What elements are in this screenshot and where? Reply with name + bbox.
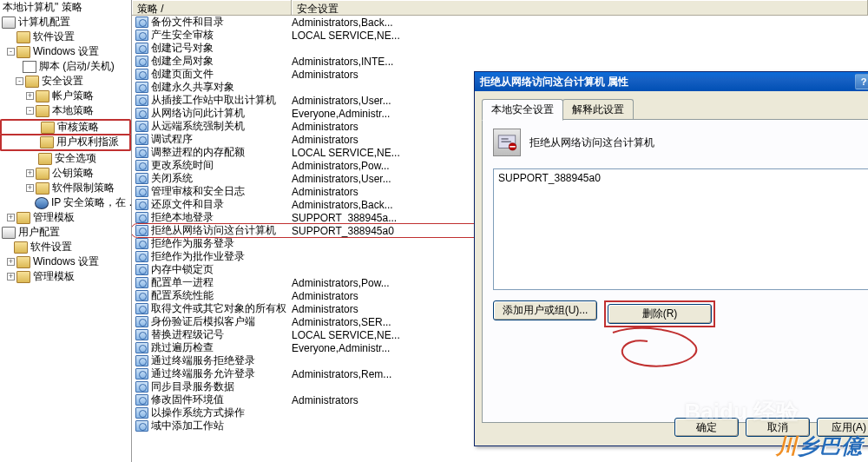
tree-audit[interactable]: 审核策略 <box>57 121 128 134</box>
tree-account[interactable]: +帐户策略 <box>0 89 131 103</box>
tree-pubkey[interactable]: +公钥策略 <box>0 166 131 181</box>
annotation-scribble <box>604 320 708 380</box>
svg-rect-4 <box>510 146 516 148</box>
policy-row[interactable]: 产生安全审核LOCAL SERVICE,NE... <box>132 29 868 42</box>
tree-security[interactable]: -安全设置 <box>0 74 131 89</box>
folder-icon <box>16 46 30 58</box>
dialog-tabs: 本地安全设置 解释此设置 <box>482 99 868 120</box>
apply-button[interactable]: 应用(A) <box>817 418 868 437</box>
policy-value: Administrators,Back... <box>292 16 865 29</box>
properties-dialog: 拒绝从网络访问这台计算机 属性 ? ✕ 本地安全设置 解释此设置 拒绝从网络访问… <box>474 71 868 446</box>
tree-admintpl[interactable]: +管理模板 <box>0 210 131 225</box>
tree-windows[interactable]: -Windows 设置 <box>0 44 131 59</box>
policy-value: Administrators,INTE... <box>292 56 865 68</box>
tree-root[interactable]: 本地计算机" 策略 <box>0 0 131 15</box>
folder-icon <box>38 153 52 165</box>
folder-icon <box>36 90 49 102</box>
policy-item-icon <box>135 16 148 28</box>
policy-row[interactable]: 创建全局对象Administrators,INTE... <box>132 55 868 68</box>
shield-icon <box>25 76 39 88</box>
folder-icon <box>16 256 30 268</box>
policy-item-icon <box>135 329 148 340</box>
svg-rect-2 <box>502 141 511 142</box>
policy-name: 拒绝从网络访问这台计算机 <box>151 223 276 238</box>
policy-item-icon <box>135 290 148 301</box>
folder-icon <box>16 31 30 43</box>
tree-admintpl2[interactable]: +管理模板 <box>0 269 131 284</box>
policy-item-icon <box>135 381 148 393</box>
tree-software[interactable]: 软件设置 <box>0 30 131 44</box>
policy-item-icon <box>135 173 148 184</box>
ok-button[interactable]: 确定 <box>674 418 739 437</box>
dialog-title: 拒绝从网络访问这台计算机 属性 <box>480 75 855 89</box>
expander-icon[interactable]: - <box>16 77 23 85</box>
policy-item-icon <box>135 342 148 353</box>
policy-item-icon <box>135 186 148 197</box>
tree-computer-config[interactable]: 计算机配置 <box>0 15 131 30</box>
tab-local-security[interactable]: 本地安全设置 <box>482 99 563 121</box>
folder-icon <box>16 271 30 283</box>
policy-item-icon <box>135 43 148 54</box>
expander-icon[interactable]: + <box>7 273 15 280</box>
policy-item-icon <box>135 355 148 366</box>
folder-icon <box>14 241 28 254</box>
policy-item-icon <box>135 69 148 80</box>
policy-item-icon <box>135 394 148 406</box>
add-user-button[interactable]: 添加用户或组(U)... <box>493 300 597 320</box>
tree-local[interactable]: -本地策略 <box>0 103 131 118</box>
expander-icon[interactable]: - <box>26 107 34 115</box>
dialog-titlebar[interactable]: 拒绝从网络访问这台计算机 属性 ? ✕ <box>475 72 868 91</box>
tree-windows2[interactable]: +Windows 设置 <box>0 254 131 269</box>
expander-icon[interactable]: + <box>26 169 34 177</box>
tree-softrestrict[interactable]: +软件限制策略 <box>0 181 131 195</box>
policy-icon <box>493 129 521 156</box>
tree-scripts[interactable]: 脚本 (启动/关机) <box>0 59 131 74</box>
policy-item-icon <box>135 95 148 106</box>
folder-icon <box>36 182 49 195</box>
policy-item-icon <box>135 108 148 119</box>
users-listbox[interactable]: SUPPORT_388945a0 <box>493 168 868 290</box>
policy-item-icon <box>135 82 148 93</box>
delete-button[interactable]: 删除(R) <box>608 304 712 324</box>
cancel-button[interactable]: 取消 <box>746 418 810 437</box>
policy-item-icon <box>135 251 148 262</box>
policy-row[interactable]: 创建记号对象 <box>132 42 868 55</box>
list-item[interactable]: SUPPORT_388945a0 <box>498 172 868 184</box>
ip-icon <box>35 197 49 209</box>
policy-item-icon <box>135 303 148 314</box>
expander-icon[interactable]: - <box>7 48 15 56</box>
tab-body: 拒绝从网络访问这台计算机 SUPPORT_388945a0 添加用户或组(U).… <box>482 119 868 423</box>
expander-icon[interactable]: + <box>26 92 34 100</box>
col-policy-header[interactable]: 策略 / <box>132 0 292 15</box>
policy-item-icon <box>135 134 148 145</box>
expander-icon[interactable]: + <box>7 258 15 266</box>
tree-highlight-box: 审核策略 <box>0 119 131 135</box>
policy-item-icon <box>135 264 148 275</box>
tree-ipsec[interactable]: IP 安全策略，在 ... <box>0 195 131 210</box>
folder-icon <box>36 105 49 117</box>
tree-secopts[interactable]: 安全选项 <box>0 151 131 166</box>
col-security-header[interactable]: 安全设置 <box>292 0 868 15</box>
policy-row[interactable]: 备份文件和目录Administrators,Back... <box>132 16 868 29</box>
policy-item-icon <box>135 368 148 380</box>
policy-item-icon <box>135 420 148 432</box>
policy-item-icon <box>135 199 148 210</box>
expander-icon[interactable]: + <box>26 184 34 192</box>
policy-item-icon <box>135 407 148 419</box>
tree-software2[interactable]: 软件设置 <box>0 240 131 254</box>
policy-item-icon <box>135 238 148 249</box>
help-button[interactable]: ? <box>855 74 868 89</box>
policy-value: LOCAL SERVICE,NE... <box>292 30 865 42</box>
tree-user-rights[interactable]: 用户权利指派 <box>0 135 131 151</box>
expander-icon[interactable]: + <box>7 214 15 221</box>
tab-explain[interactable]: 解释此设置 <box>562 99 634 120</box>
tree-userconfig[interactable]: 用户配置 <box>0 225 131 240</box>
policy-item-icon <box>135 160 148 171</box>
policy-item-icon <box>135 225 148 236</box>
folder-icon <box>41 122 55 134</box>
policy-item-icon <box>135 30 148 41</box>
policy-name: 域中添加工作站 <box>151 419 224 432</box>
policy-item-icon <box>135 316 148 327</box>
book-icon <box>2 16 16 29</box>
policy-item-icon <box>135 121 148 132</box>
